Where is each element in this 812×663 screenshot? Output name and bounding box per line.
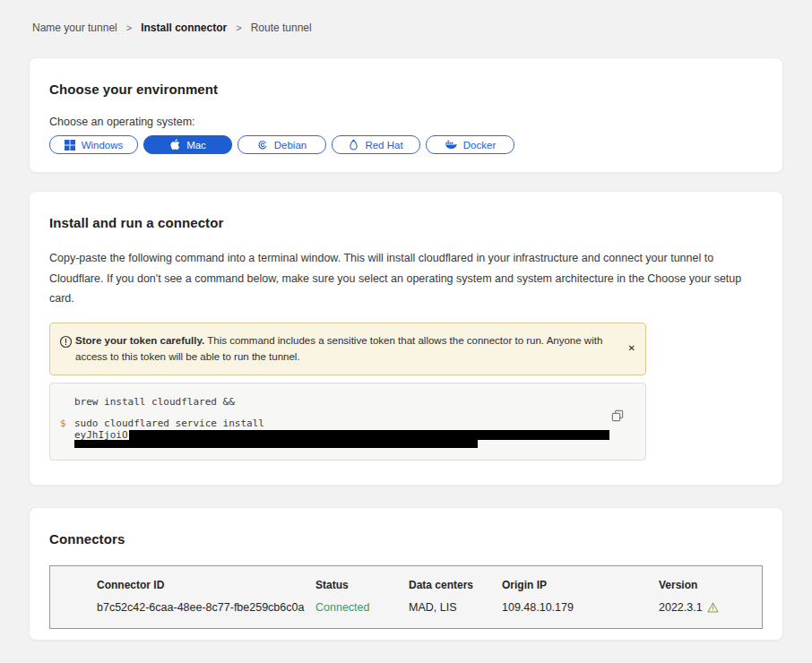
- shell-prompt: $: [60, 418, 66, 429]
- install-description: Copy-paste the following command into a …: [49, 248, 763, 309]
- os-button-group: Windows Mac Debian Red Hat Docker: [49, 135, 763, 154]
- os-button-mac[interactable]: Mac: [143, 135, 232, 154]
- os-select-label: Choose an operating system:: [49, 116, 763, 128]
- header-origin-ip: Origin IP: [502, 579, 659, 591]
- connectors-table: Connector ID Status Data centers Origin …: [49, 565, 763, 629]
- token-warning-banner: Store your token carefully. This command…: [49, 323, 646, 376]
- connector-id-value: b7c52c42-6caa-48ee-8c77-fbe259cb6c0a: [97, 601, 315, 614]
- redacted-token-bar: [74, 440, 478, 448]
- token-prefix: eyJhIjoiO: [74, 429, 128, 441]
- breadcrumb: Name your tunnel > Install connector > R…: [0, 0, 812, 34]
- os-button-label: Mac: [186, 140, 206, 151]
- install-command-codeblock: brew install cloudflared && $ sudo cloud…: [49, 383, 646, 461]
- os-button-label: Debian: [274, 140, 307, 151]
- data-centers-value: MAD, LIS: [409, 601, 502, 614]
- code-line-command: sudo cloudflared service install: [74, 418, 609, 429]
- connectors-card-title: Connectors: [49, 531, 763, 547]
- environment-card-title: Choose your environment: [49, 82, 763, 97]
- warning-triangle-icon: [707, 602, 719, 613]
- os-button-label: Windows: [82, 140, 124, 151]
- os-button-redhat[interactable]: Red Hat: [332, 135, 420, 154]
- os-button-windows[interactable]: Windows: [49, 135, 138, 154]
- header-connector-id: Connector ID: [97, 579, 315, 591]
- debian-icon: [257, 140, 268, 151]
- redacted-token-bar: [129, 430, 609, 440]
- choose-environment-card: Choose your environment Choose an operat…: [29, 57, 783, 173]
- header-data-centers: Data centers: [409, 579, 502, 591]
- breadcrumb-step-name-tunnel[interactable]: Name your tunnel: [32, 22, 117, 34]
- windows-icon: [65, 140, 75, 151]
- close-icon[interactable]: ✕: [628, 344, 635, 353]
- info-circle-icon: [59, 335, 73, 354]
- os-button-label: Red Hat: [365, 140, 402, 151]
- os-button-docker[interactable]: Docker: [426, 135, 514, 154]
- apple-icon: [169, 139, 180, 151]
- code-line-brew: brew install cloudflared &&: [74, 396, 609, 408]
- breadcrumb-separator: >: [236, 22, 241, 33]
- copy-icon[interactable]: [611, 409, 624, 425]
- table-row: b7c52c42-6caa-48ee-8c77-fbe259cb6c0a Con…: [97, 601, 762, 614]
- install-card-title: Install and run a connector: [49, 215, 763, 230]
- status-badge: Connected: [315, 601, 409, 614]
- connectors-table-header: Connector ID Status Data centers Origin …: [97, 579, 762, 591]
- breadcrumb-step-install-connector[interactable]: Install connector: [141, 22, 227, 34]
- origin-ip-value: 109.48.10.179: [502, 601, 659, 614]
- connectors-card: Connectors Connector ID Status Data cent…: [29, 507, 783, 641]
- redhat-icon: [349, 139, 358, 151]
- os-button-label: Docker: [463, 140, 496, 151]
- breadcrumb-separator: >: [126, 22, 132, 33]
- install-connector-card: Install and run a connector Copy-paste t…: [29, 191, 783, 486]
- os-button-debian[interactable]: Debian: [238, 135, 326, 154]
- alert-title: Store your token carefully.: [75, 335, 204, 346]
- docker-icon: [445, 140, 457, 150]
- breadcrumb-step-route-tunnel[interactable]: Route tunnel: [251, 22, 312, 34]
- version-value: 2022.3.1: [659, 601, 703, 614]
- header-status: Status: [315, 579, 409, 591]
- header-version: Version: [659, 579, 762, 591]
